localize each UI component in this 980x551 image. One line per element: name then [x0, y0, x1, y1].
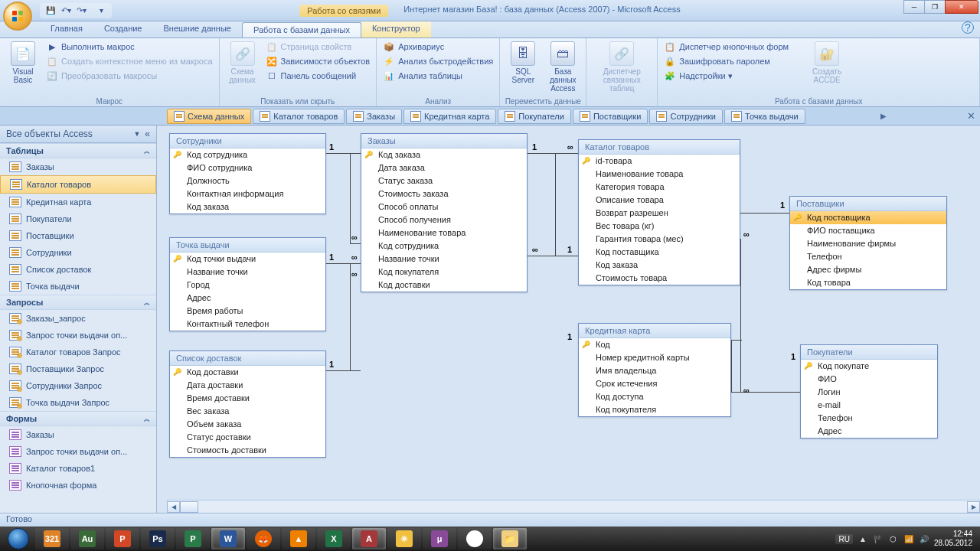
- doc-tab[interactable]: Точка выдачи: [724, 109, 805, 124]
- tab-scroll-right[interactable]: ▶: [877, 112, 890, 120]
- close-button[interactable]: ✕: [945, 0, 978, 14]
- table-field[interactable]: Статус заказа: [361, 174, 527, 187]
- scroll-right-icon[interactable]: ▶: [967, 501, 980, 513]
- table-field[interactable]: Время работы: [170, 305, 325, 318]
- table-field[interactable]: ФИО сотрудника: [170, 161, 325, 174]
- table-field[interactable]: Код заказа: [170, 201, 325, 214]
- taskbar-item[interactable]: Ps: [141, 528, 175, 549]
- table-field[interactable]: Код заказа: [361, 148, 527, 161]
- nav-item[interactable]: Сотрудники: [0, 244, 156, 261]
- addins-button[interactable]: 🧩Надстройки ▾: [662, 69, 790, 83]
- doc-tab[interactable]: Покупатели: [498, 109, 571, 124]
- table-field[interactable]: Стоимость товара: [579, 272, 740, 285]
- table-field[interactable]: Стоимость доставки: [170, 444, 325, 457]
- analyze-perf-button[interactable]: ⚡Анализ быстродействия: [381, 54, 495, 68]
- doc-tab[interactable]: Заказы: [346, 109, 402, 124]
- doc-tab[interactable]: Поставщики: [573, 109, 648, 124]
- doc-tab[interactable]: Каталог товаров: [253, 109, 345, 124]
- relationship-table[interactable]: Каталог товаровid-товараНаименование тов…: [578, 139, 740, 285]
- taskbar-item[interactable]: P: [176, 528, 210, 549]
- table-field[interactable]: id-товара: [579, 155, 740, 168]
- table-title[interactable]: Каталог товаров: [579, 140, 740, 155]
- help-icon[interactable]: ?: [962, 21, 974, 34]
- encrypt-button[interactable]: 🔒Зашифровать паролем: [662, 54, 790, 68]
- table-title[interactable]: Покупатели: [801, 345, 937, 360]
- relationship-table[interactable]: СотрудникиКод сотрудникаФИО сотрудникаДо…: [169, 133, 326, 214]
- relationship-table[interactable]: Точка выдачиКод точки выдачиНазвание точ…: [169, 237, 326, 331]
- volume-icon[interactable]: 🔊: [919, 533, 929, 544]
- taskbar-item-access[interactable]: A: [352, 528, 386, 549]
- table-field[interactable]: Описание товара: [579, 194, 740, 207]
- start-button[interactable]: [3, 527, 34, 550]
- table-title[interactable]: Поставщики: [790, 197, 946, 211]
- qat-customize-icon[interactable]: ▾: [95, 5, 107, 17]
- table-field[interactable]: Дата доставки: [170, 379, 325, 392]
- nav-item[interactable]: Кнопочная форма: [0, 477, 156, 494]
- visual-basic-button[interactable]: 📄Visual Basic: [5, 40, 41, 86]
- table-field[interactable]: Вес товара (кг): [579, 220, 740, 233]
- table-field[interactable]: Должность: [170, 174, 325, 187]
- nav-item[interactable]: Заказы_запрос: [0, 310, 156, 327]
- table-field[interactable]: Код доставки: [361, 279, 527, 292]
- message-bar-button[interactable]: ☐Панель сообщений: [264, 69, 372, 83]
- table-field[interactable]: Статус доставки: [170, 431, 325, 444]
- access-db-button[interactable]: 🗃База данных Access: [544, 40, 581, 94]
- table-field[interactable]: Код товара: [790, 276, 946, 289]
- table-field[interactable]: ФИО поставщика: [790, 224, 946, 237]
- nav-section-header[interactable]: Запросы︽: [0, 295, 156, 310]
- table-field[interactable]: Имя владельца: [579, 364, 730, 377]
- nav-item[interactable]: Заказы: [0, 426, 156, 443]
- nav-item[interactable]: Список доставок: [0, 261, 156, 278]
- network-icon[interactable]: 📶: [903, 533, 914, 544]
- relationship-table[interactable]: Список доставокКод доставкиДата доставки…: [169, 350, 326, 458]
- table-field[interactable]: Код сотрудника: [170, 148, 325, 161]
- relationship-table[interactable]: Кредитная картаКодНомер кредитной картыИ…: [578, 323, 731, 417]
- table-field[interactable]: ФИО: [801, 373, 937, 386]
- horizontal-scrollbar[interactable]: ◀ ▶: [167, 500, 980, 513]
- table-field[interactable]: Наименование фирмы: [790, 237, 946, 250]
- tray-icon[interactable]: ▲: [858, 533, 868, 544]
- table-field[interactable]: Код покупателя: [579, 403, 730, 416]
- table-field[interactable]: Стоимость заказа: [361, 187, 527, 201]
- ribbon-tab-home[interactable]: Главная: [40, 21, 93, 37]
- taskbar-item[interactable]: ☀: [387, 528, 421, 549]
- table-field[interactable]: Способ получения: [361, 214, 527, 227]
- doc-tab-schema[interactable]: Схема данных: [167, 109, 251, 124]
- nav-section-header[interactable]: Таблицы︽: [0, 143, 156, 158]
- switchboard-mgr-button[interactable]: 📋Диспетчер кнопочных форм: [662, 40, 790, 54]
- nav-item[interactable]: Точка выдачи Запрос: [0, 394, 156, 411]
- table-title[interactable]: Сотрудники: [170, 134, 325, 148]
- table-field[interactable]: Код: [579, 338, 730, 351]
- table-field[interactable]: Код точки выдачи: [170, 253, 325, 266]
- object-deps-button[interactable]: 🔀Зависимости объектов: [264, 54, 372, 68]
- ribbon-tab-database-tools[interactable]: Работа с базами данных: [242, 22, 361, 37]
- table-title[interactable]: Кредитная карта: [579, 324, 730, 338]
- taskbar-item[interactable]: μ: [423, 528, 456, 549]
- table-field[interactable]: Срок истечения: [579, 377, 730, 390]
- undo-icon[interactable]: ↶▾: [60, 5, 72, 17]
- save-icon[interactable]: 💾: [44, 5, 57, 17]
- nav-item[interactable]: Поставщики: [0, 227, 156, 244]
- nav-item[interactable]: Каталог товаров1: [0, 460, 156, 477]
- table-field[interactable]: Код доставки: [170, 366, 325, 379]
- table-field[interactable]: Название точки: [361, 253, 527, 266]
- doc-tab[interactable]: Кредитная карта: [403, 109, 496, 124]
- scroll-thumb[interactable]: [180, 501, 198, 513]
- minimize-button[interactable]: ─: [903, 0, 925, 14]
- table-field[interactable]: Код поставщика: [579, 246, 740, 259]
- table-field[interactable]: Код заказа: [579, 259, 740, 272]
- nav-item[interactable]: Запрос точки выдачи оп...: [0, 443, 156, 460]
- table-field[interactable]: Гарантия товара (мес): [579, 233, 740, 246]
- tab-close-button[interactable]: ✕: [962, 110, 980, 122]
- table-field[interactable]: Код доступа: [579, 390, 730, 403]
- nav-item[interactable]: Кредитная карта: [0, 194, 156, 210]
- ribbon-tab-create[interactable]: Создание: [93, 21, 153, 37]
- table-field[interactable]: Возврат разрешен: [579, 207, 740, 220]
- maximize-button[interactable]: ❐: [924, 0, 946, 14]
- table-field[interactable]: Адрес: [801, 425, 937, 438]
- analyze-table-button[interactable]: 📊Анализ таблицы: [381, 69, 495, 83]
- clock[interactable]: 12:44 28.05.2012: [934, 530, 972, 548]
- nav-item[interactable]: Сотрудники Запрос: [0, 377, 156, 394]
- relationship-table[interactable]: ЗаказыКод заказаДата заказаСтатус заказа…: [361, 133, 528, 292]
- table-field[interactable]: Контактная информация: [170, 187, 325, 201]
